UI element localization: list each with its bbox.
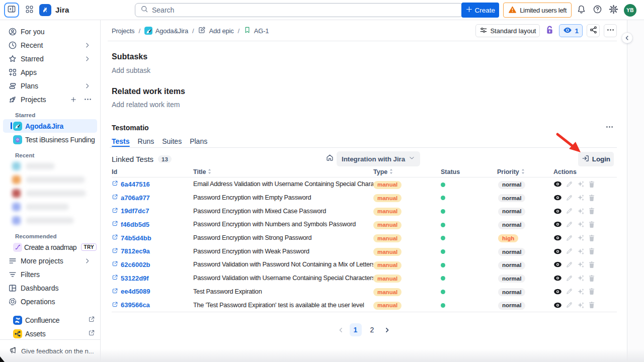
testomatio-more-button[interactable] <box>605 123 614 131</box>
user-avatar[interactable]: YB <box>624 4 636 17</box>
sidebar-item-for-you[interactable]: For you <box>3 25 97 38</box>
breadcrumb-item-agoda-jira[interactable]: Agoda&Jira <box>144 27 188 35</box>
edit-test-button[interactable] <box>566 180 573 188</box>
delete-test-button[interactable] <box>588 301 595 309</box>
view-test-button[interactable] <box>553 289 562 295</box>
share-button[interactable] <box>587 24 600 37</box>
edit-test-button[interactable] <box>566 234 573 242</box>
sidebar-item-blurred[interactable] <box>0 200 100 214</box>
feedback-link[interactable]: Give feedback on the n... <box>0 339 100 362</box>
test-id-link[interactable]: 53122d9f <box>112 274 193 282</box>
sidebar-item-test-ibusiness-funding[interactable]: Test iBusiness Funding <box>3 133 97 146</box>
home-button[interactable] <box>326 153 334 163</box>
breadcrumb-item-ag-1[interactable]: AG-1 <box>244 26 269 35</box>
pagination-page-1[interactable]: 1 <box>350 323 362 336</box>
edit-test-button[interactable] <box>566 275 573 282</box>
delete-test-button[interactable] <box>588 247 595 255</box>
view-test-button[interactable] <box>553 195 562 201</box>
app-switcher-button[interactable] <box>23 2 35 18</box>
create-button[interactable]: Create <box>461 3 500 18</box>
sidebar-item-recent[interactable]: Recent <box>3 38 97 52</box>
view-test-button[interactable] <box>553 302 562 308</box>
view-test-button[interactable] <box>553 261 562 267</box>
search-input[interactable] <box>152 6 457 14</box>
edit-test-button[interactable] <box>566 194 573 202</box>
ai-test-button[interactable] <box>577 207 585 215</box>
test-id-link[interactable]: ee4d5089 <box>112 288 193 296</box>
ai-test-button[interactable] <box>577 194 585 202</box>
sidebar-item-confluence[interactable]: Confluence <box>3 313 97 327</box>
watchers-button[interactable]: 1 <box>559 24 583 37</box>
sidebar-item-starred[interactable]: Starred <box>3 52 97 65</box>
help-button[interactable] <box>590 3 605 18</box>
pagination-prev-button[interactable] <box>337 326 345 334</box>
view-test-button[interactable] <box>553 181 562 187</box>
sidebar-item-blurred[interactable] <box>0 187 100 200</box>
test-id-link[interactable]: 6a447516 <box>112 180 193 188</box>
edit-test-button[interactable] <box>566 301 573 309</box>
ai-test-button[interactable] <box>577 274 585 282</box>
sidebar-item-assets[interactable]: Assets <box>3 327 97 340</box>
sidebar-item-blurred[interactable] <box>0 173 100 187</box>
breadcrumb-item-projects[interactable]: Projects <box>112 27 134 35</box>
ai-test-button[interactable] <box>577 260 585 268</box>
view-test-button[interactable] <box>553 221 562 227</box>
tab-tests[interactable]: Tests <box>112 137 130 147</box>
unlocked-button[interactable] <box>544 24 555 37</box>
test-id-link[interactable]: 62c6002b <box>112 260 193 268</box>
add-subtask-button[interactable]: Add subtask <box>112 66 150 74</box>
ai-test-button[interactable] <box>577 220 585 228</box>
edit-test-button[interactable] <box>566 288 573 295</box>
delete-test-button[interactable] <box>588 261 595 268</box>
delete-test-button[interactable] <box>588 180 595 188</box>
ai-test-button[interactable] <box>577 234 585 242</box>
test-id-link[interactable]: 7812ec9a <box>112 247 193 255</box>
edit-test-button[interactable] <box>566 247 573 255</box>
sidebar-toggle-button[interactable] <box>4 3 19 18</box>
edit-test-button[interactable] <box>566 221 573 228</box>
jira-home-link[interactable]: Jira <box>39 4 69 16</box>
test-id-link[interactable]: 74b5d4bb <box>112 234 193 242</box>
project-scope-dropdown[interactable]: Integration with Jira <box>337 151 420 166</box>
sidebar-item-projects[interactable]: Projects <box>3 93 97 106</box>
ai-test-button[interactable] <box>577 301 585 309</box>
view-test-button[interactable] <box>553 208 562 214</box>
tab-suites[interactable]: Suites <box>162 137 182 147</box>
sidebar-item-create-a-roadmap[interactable]: Create a roadmapTRY <box>3 240 97 254</box>
delete-test-button[interactable] <box>588 221 595 228</box>
settings-button[interactable] <box>606 3 621 18</box>
pagination-page-2[interactable]: 2 <box>366 323 378 336</box>
view-test-button[interactable] <box>553 248 562 254</box>
delete-test-button[interactable] <box>588 194 595 202</box>
pagination-next-button[interactable] <box>383 326 391 334</box>
test-id-link[interactable]: 19df7dc7 <box>112 207 193 215</box>
test-id-link[interactable]: a706a977 <box>112 194 193 202</box>
tab-runs[interactable]: Runs <box>138 137 154 147</box>
ai-test-button[interactable] <box>577 288 585 296</box>
column-header-title[interactable]: Title <box>193 168 373 176</box>
view-test-button[interactable] <box>553 235 562 241</box>
sidebar-item-dashboards[interactable]: Dashboards <box>3 281 97 295</box>
sidebar-item-agoda-jira[interactable]: Agoda&Jira <box>3 119 97 133</box>
column-header-priority[interactable]: Priority <box>497 168 553 176</box>
login-button[interactable]: Login <box>578 152 614 166</box>
breadcrumb-item-add-epic[interactable]: Add epic <box>198 26 233 36</box>
notifications-button[interactable] <box>574 3 589 18</box>
sidebar-item-blurred[interactable] <box>0 214 100 227</box>
delete-test-button[interactable] <box>588 207 595 215</box>
edit-test-button[interactable] <box>566 261 573 268</box>
expand-right-panel-button[interactable] <box>622 33 632 43</box>
standard-layout-button[interactable]: Standard layout <box>475 24 540 37</box>
sidebar-item-blurred[interactable] <box>0 159 100 173</box>
ai-test-button[interactable] <box>577 247 585 255</box>
view-test-button[interactable] <box>553 275 562 281</box>
ai-test-button[interactable] <box>577 180 585 188</box>
delete-test-button[interactable] <box>588 275 595 282</box>
tab-plans[interactable]: Plans <box>190 137 207 147</box>
edit-test-button[interactable] <box>566 207 573 215</box>
sidebar-item-plans[interactable]: Plans <box>3 79 97 93</box>
sidebar-item-more-projects[interactable]: More projects <box>3 254 97 267</box>
more-actions-button[interactable] <box>604 24 617 37</box>
limited-users-button[interactable]: Limited users left <box>503 3 572 18</box>
add-related-work-item-button[interactable]: Add related work item <box>112 101 180 109</box>
